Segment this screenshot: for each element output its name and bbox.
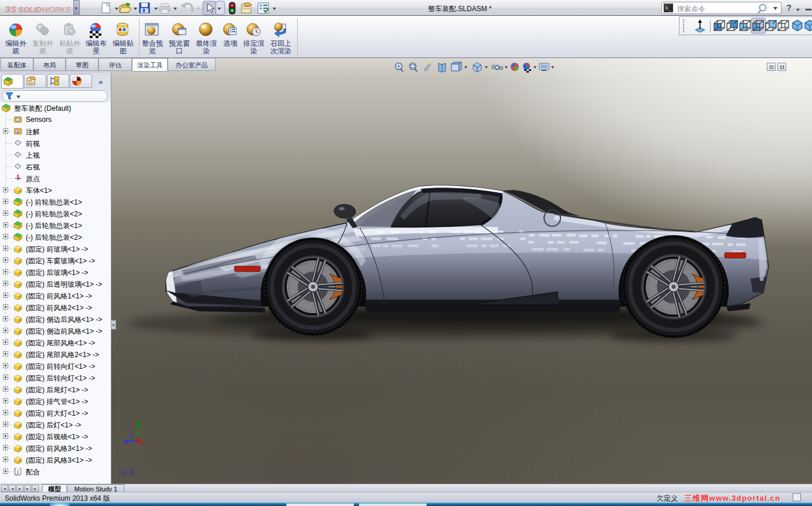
svg-text:A: A: [16, 130, 19, 134]
svg-text:Z: Z: [129, 433, 132, 439]
